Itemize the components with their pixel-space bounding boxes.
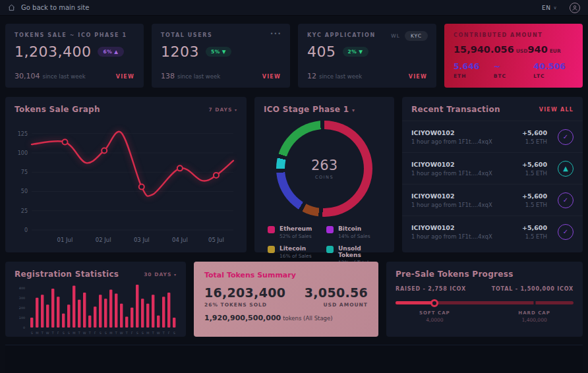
svg-text:50: 50 [21,188,28,194]
ltc-amount: 40.506 [533,61,573,71]
topbar: Go back to main site EN ∨ [0,0,588,16]
svg-text:04 Jul: 04 Jul [172,237,188,243]
svg-text:05 Jul: 05 Jul [208,237,224,243]
svg-text:T: T [51,331,54,335]
svg-text:S: S [136,331,138,335]
progress-handle[interactable] [430,299,438,307]
user-avatar[interactable] [570,3,580,13]
svg-text:75: 75 [21,169,28,175]
check-circle-icon[interactable]: ✓ [558,192,573,208]
dashboard-content: TOKENS SALE ~ ICO PHASE 1 1,203,400 6% ▲… [0,16,588,373]
summary-title: Total Tokens Summary [204,271,368,279]
total-label: TOTAL - 1,500,000 ICOX [492,286,573,292]
total-tokens-value: 1,920,900,500,000 [204,314,281,322]
card-total-users: TOTAL USERS ••• 1203 5% ▼ 138since last … [152,24,290,88]
tokens-sale-line-chart: 025507510012501 Jul02 Jul03 Jul04 Jul05 … [15,117,237,247]
tokens-sold-label: 26% TOKENS SOLD [204,302,285,308]
svg-text:F: F [168,331,170,335]
svg-text:W: W [120,331,123,335]
chevron-down-icon: ▾ [352,107,355,113]
more-options-icon[interactable]: ••• [270,31,281,37]
transaction-id: ICIYOW0102 [411,129,505,136]
eur-unit: EUR [550,48,561,54]
check-circle-icon[interactable]: ✓ [558,224,573,240]
arrow-up-circle-icon[interactable]: ▲ [558,161,573,177]
soft-cap-label: SOFT CAP [405,310,464,316]
svg-text:02 Jul: 02 Jul [96,237,111,243]
eth-amount: 5.646 [454,61,494,71]
language-selector[interactable]: EN ∨ [542,5,557,11]
ico-stage-dropdown[interactable]: ICO Stage Phase 1 ▾ [264,105,355,114]
sub-value: 30,104 [15,72,40,80]
total-tokens-suffix: tokens (All Stage) [283,315,332,322]
tokens-sale-value: 1,203,400 [15,43,91,60]
svg-text:125: 125 [18,131,28,137]
transaction-meta: 1 hour ago from 1F1t....4xqX [411,170,505,177]
transaction-row[interactable]: ICIYOW0102 1 hour ago from 1F1t....4xqX … [402,121,583,152]
svg-text:M: M [36,331,38,335]
svg-text:W: W [83,331,86,335]
legend-item: Bitcoin 14% of Sales [326,225,381,239]
presale-progress-bar: SOFT CAP 4,0000 HARD CAP 1,400,000 [396,301,573,304]
transaction-row[interactable]: ICIYOW0102 1 hour ago from 1F1t....4xqX … [402,152,583,184]
arrow-up-icon: ▲ [114,49,118,55]
panel-title: Tokens Sale Graph [15,105,100,114]
arrow-down-icon: ▼ [359,49,363,55]
legend-swatch [268,226,275,233]
legend-detail: 52% of Sales [279,233,312,239]
charts-row: Tokens Sale Graph 7 DAYS ▾ 0255075100125… [5,97,583,252]
toggle-kyc[interactable]: KYC [405,31,428,41]
svg-text:01 Jul: 01 Jul [57,237,73,243]
view-all-link[interactable]: VIEW ALL [539,107,573,113]
legend-swatch [326,246,334,253]
svg-text:100: 100 [18,150,28,156]
legend-swatch [326,226,334,233]
sub-label: since last week [43,73,86,80]
view-link[interactable]: VIEW [116,74,134,80]
transaction-row[interactable]: ICIYOW0102 1 hour ago from 1F1t....4xqX … [402,184,583,215]
svg-text:03 Jul: 03 Jul [134,237,150,243]
view-link[interactable]: VIEW [262,74,281,80]
svg-text:S: S [105,331,107,335]
svg-text:100: 100 [19,316,25,320]
svg-text:W: W [157,331,160,335]
tokens-sale-graph-panel: Tokens Sale Graph 7 DAYS ▾ 0255075100125… [5,97,247,252]
recent-transactions-panel: Recent Transaction VIEW ALL ICIYOW0102 1… [402,97,583,252]
svg-text:S: S [173,331,175,335]
legend-label: Unsold Tokens [338,245,381,258]
legend-label: Litecoin [279,245,312,252]
total-users-value: 1203 [161,43,199,60]
back-to-main-site-link[interactable]: Go back to main site [21,4,89,11]
svg-text:M: M [73,331,75,335]
svg-text:S: S [142,331,144,335]
transaction-eth: 1.5 ETH [505,138,547,145]
svg-text:T: T [152,331,154,335]
legend-detail: 14% of Sales [338,233,370,239]
svg-text:0: 0 [24,227,28,233]
raised-label: RAISED - 2,758 ICOX [396,286,466,292]
panel-title: Registration Statistics [15,270,119,279]
svg-text:F: F [94,331,96,335]
toggle-wl[interactable]: WL [391,33,400,39]
bottom-row: Registration Statistics 30 DAYS ▾ 010020… [5,262,583,337]
panel-title: Recent Transaction [411,105,500,114]
range-dropdown[interactable]: 30 DAYS ▾ [144,272,177,277]
svg-text:M: M [146,331,149,335]
usd-unit: USD [516,48,528,54]
transaction-id: ICIYOW0102 [411,192,505,200]
home-icon[interactable] [8,1,15,14]
stat-cards-row: TOKENS SALE ~ ICO PHASE 1 1,203,400 6% ▲… [5,24,583,88]
donut-center-label: COINS [315,175,334,180]
svg-text:T: T [125,331,128,335]
progress-fill [396,301,434,304]
range-dropdown[interactable]: 7 DAYS ▾ [208,107,237,113]
transaction-meta: 1 hour ago from 1F1t....4xqX [411,233,505,240]
check-circle-icon[interactable]: ✓ [558,129,573,145]
transaction-row[interactable]: ICIYOW0102 1 hour ago from 1F1t....4xqX … [402,215,583,247]
transaction-meta: 1 hour ago from 1F1t....4xqX [411,202,505,208]
transaction-id: ICIYOW0102 [411,224,505,231]
card-title: TOKENS SALE ~ ICO PHASE 1 [15,32,134,38]
view-link[interactable]: VIEW [409,74,427,80]
arrow-down-icon: ▼ [222,49,226,55]
svg-text:25: 25 [21,208,28,214]
